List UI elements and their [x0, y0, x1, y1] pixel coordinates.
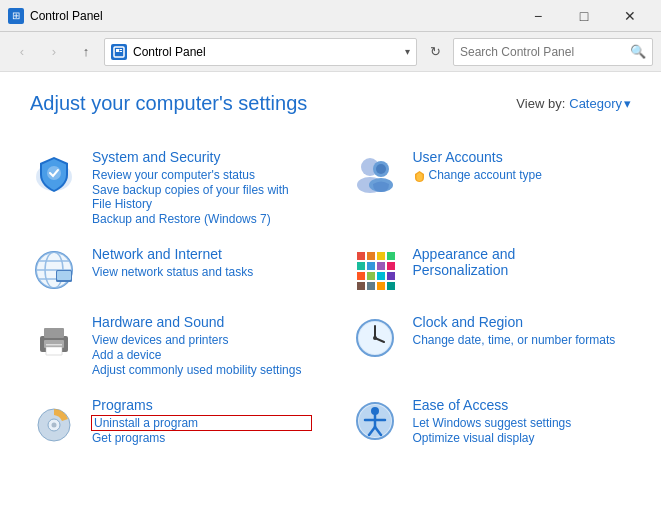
clock-links: Change date, time, or number formats	[413, 333, 632, 347]
windows-suggest-link[interactable]: Let Windows suggest settings	[413, 416, 632, 430]
add-device-link[interactable]: Add a device	[92, 348, 311, 362]
forward-button[interactable]: ›	[40, 38, 68, 66]
svg-rect-30	[387, 272, 395, 280]
user-accounts-title[interactable]: User Accounts	[413, 149, 632, 165]
category-system-security: System and Security Review your computer…	[30, 139, 311, 236]
ease-of-access-links: Let Windows suggest settings Optimize vi…	[413, 416, 632, 445]
window-controls: − □ ✕	[515, 0, 653, 32]
svg-rect-25	[377, 262, 385, 270]
system-security-content: System and Security Review your computer…	[92, 149, 311, 226]
refresh-button[interactable]: ↻	[421, 38, 449, 66]
page-title: Adjust your computer's settings	[30, 92, 307, 115]
category-user-accounts: User Accounts Change account type	[351, 139, 632, 236]
network-icon	[30, 246, 78, 294]
svg-rect-27	[357, 272, 365, 280]
review-computer-status-link[interactable]: Review your computer's status	[92, 168, 311, 182]
svg-rect-2	[120, 49, 123, 50]
category-clock: Clock and Region Change date, time, or n…	[351, 304, 632, 387]
app-icon: ⊞	[8, 8, 24, 24]
system-security-title[interactable]: System and Security	[92, 149, 311, 165]
clock-content: Clock and Region Change date, time, or n…	[413, 314, 632, 347]
hardware-links: View devices and printers Add a device A…	[92, 333, 311, 377]
user-accounts-content: User Accounts Change account type	[413, 149, 632, 182]
network-content: Network and Internet View network status…	[92, 246, 311, 279]
programs-links: Uninstall a program Get programs	[92, 416, 311, 445]
uninstall-program-link[interactable]: Uninstall a program	[92, 416, 311, 430]
svg-rect-21	[377, 252, 385, 260]
appearance-title[interactable]: Appearance andPersonalization	[413, 246, 632, 278]
change-account-type-link[interactable]: Change account type	[429, 168, 542, 182]
address-bar[interactable]: Control Panel ▾	[104, 38, 417, 66]
svg-rect-31	[357, 282, 365, 290]
svg-rect-32	[367, 282, 375, 290]
adjust-mobility-link[interactable]: Adjust commonly used mobility settings	[92, 363, 311, 377]
clock-icon	[351, 314, 399, 362]
svg-rect-28	[367, 272, 375, 280]
svg-rect-18	[57, 271, 71, 280]
category-ease-of-access: Ease of Access Let Windows suggest setti…	[351, 387, 632, 455]
svg-point-45	[373, 336, 377, 340]
clock-title[interactable]: Clock and Region	[413, 314, 632, 330]
category-programs: Programs Uninstall a program Get program…	[30, 387, 311, 455]
appearance-icon	[351, 246, 399, 294]
category-appearance: Appearance andPersonalization	[351, 236, 632, 304]
network-title[interactable]: Network and Internet	[92, 246, 311, 262]
main-content: Adjust your computer's settings View by:…	[0, 72, 661, 531]
svg-rect-38	[46, 344, 62, 346]
svg-rect-40	[46, 347, 62, 355]
svg-rect-20	[367, 252, 375, 260]
view-devices-link[interactable]: View devices and printers	[92, 333, 311, 347]
back-button[interactable]: ‹	[8, 38, 36, 66]
ease-of-access-icon	[351, 397, 399, 445]
optimize-visual-link[interactable]: Optimize visual display	[413, 431, 632, 445]
svg-rect-3	[120, 51, 123, 52]
save-backup-link[interactable]: Save backup copies of your files with Fi…	[92, 183, 311, 211]
change-date-link[interactable]: Change date, time, or number formats	[413, 333, 632, 347]
svg-rect-19	[357, 252, 365, 260]
user-accounts-links: Change account type	[413, 168, 632, 182]
search-bar[interactable]: 🔍	[453, 38, 653, 66]
backup-restore-link[interactable]: Backup and Restore (Windows 7)	[92, 212, 311, 226]
programs-content: Programs Uninstall a program Get program…	[92, 397, 311, 445]
search-input[interactable]	[460, 45, 626, 59]
network-links: View network status and tasks	[92, 265, 311, 279]
navigation-bar: ‹ › ↑ Control Panel ▾ ↻ 🔍	[0, 32, 661, 72]
programs-icon	[30, 397, 78, 445]
svg-rect-26	[387, 262, 395, 270]
window-title: Control Panel	[30, 9, 509, 23]
svg-rect-22	[387, 252, 395, 260]
search-button[interactable]: 🔍	[630, 44, 646, 59]
view-by-label: View by:	[516, 96, 565, 111]
address-icon	[111, 44, 127, 60]
svg-rect-33	[377, 282, 385, 290]
hardware-icon	[30, 314, 78, 362]
get-programs-link[interactable]: Get programs	[92, 431, 311, 445]
view-network-status-link[interactable]: View network status and tasks	[92, 265, 311, 279]
close-button[interactable]: ✕	[607, 0, 653, 32]
svg-point-49	[52, 423, 57, 428]
appearance-content: Appearance andPersonalization	[413, 246, 632, 281]
view-by-control: View by: Category ▾	[516, 96, 631, 111]
svg-rect-37	[44, 328, 64, 338]
user-accounts-icon	[351, 149, 399, 197]
address-dropdown-button[interactable]: ▾	[405, 46, 410, 57]
minimize-button[interactable]: −	[515, 0, 561, 32]
categories-grid: System and Security Review your computer…	[30, 139, 631, 455]
page-header: Adjust your computer's settings View by:…	[30, 92, 631, 115]
svg-rect-1	[116, 49, 119, 52]
category-network: Network and Internet View network status…	[30, 236, 311, 304]
programs-title[interactable]: Programs	[92, 397, 311, 413]
svg-rect-29	[377, 272, 385, 280]
title-bar: ⊞ Control Panel − □ ✕	[0, 0, 661, 32]
up-button[interactable]: ↑	[72, 38, 100, 66]
ease-of-access-title[interactable]: Ease of Access	[413, 397, 632, 413]
svg-rect-34	[387, 282, 395, 290]
svg-point-10	[376, 164, 386, 174]
svg-rect-23	[357, 262, 365, 270]
hardware-title[interactable]: Hardware and Sound	[92, 314, 311, 330]
maximize-button[interactable]: □	[561, 0, 607, 32]
category-hardware: Hardware and Sound View devices and prin…	[30, 304, 311, 387]
hardware-content: Hardware and Sound View devices and prin…	[92, 314, 311, 377]
view-by-dropdown[interactable]: Category ▾	[569, 96, 631, 111]
svg-rect-24	[367, 262, 375, 270]
